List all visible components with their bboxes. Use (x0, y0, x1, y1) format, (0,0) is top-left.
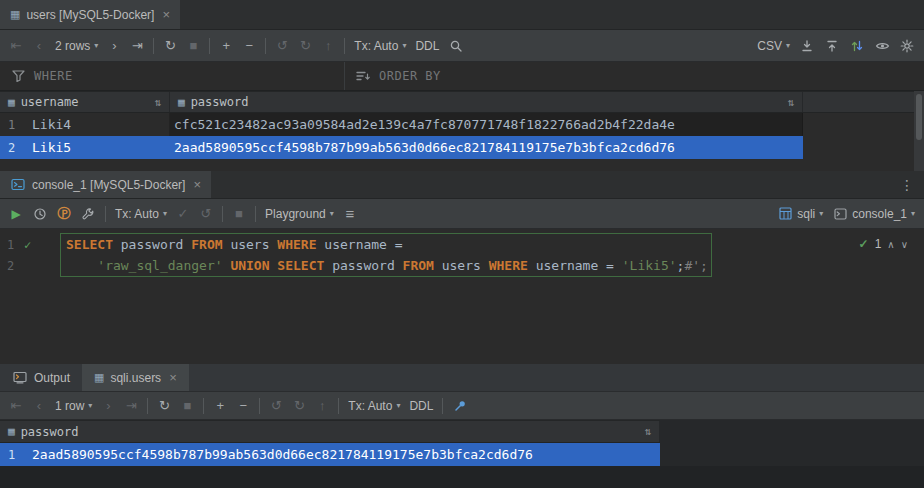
table-cell[interactable]: 2aad5890595ccf4598b787b99ab563d0d66ec821… (170, 136, 803, 159)
tab-title: users [MySQL5-Docker] (26, 8, 154, 22)
tx-mode-selector[interactable]: Tx: Auto ▾ (348, 399, 400, 413)
statement-result-navigator[interactable]: ✓ 1 ∧ ∨ (859, 237, 908, 251)
scrollbar-thumb[interactable] (916, 94, 922, 140)
ddl-button[interactable]: DDL (409, 399, 433, 413)
tab-result-sqli-users[interactable]: ▦ sqli.users × (82, 364, 189, 391)
parameters-icon[interactable]: Ⓟ (57, 207, 71, 220)
tx-mode-selector[interactable]: Tx: Auto ▾ (115, 207, 167, 221)
session-selector[interactable]: console_1 ▾ (832, 206, 915, 222)
executed-check-icon: ✓ (24, 238, 31, 252)
revert-icon[interactable]: ↺ (275, 39, 289, 52)
delete-row-icon[interactable]: − (242, 39, 256, 52)
order-by-field[interactable]: ORDER BY (345, 62, 924, 90)
close-icon[interactable]: × (162, 7, 170, 22)
ddl-button[interactable]: DDL (415, 39, 439, 53)
toolbar-separator (105, 206, 106, 222)
tab-console-1[interactable]: console_1 [MySQL5-Docker] × (0, 171, 211, 198)
table-row[interactable]: 12aad5890595ccf4598b787b99ab563d0d66ec82… (0, 443, 660, 466)
output-view-icon[interactable]: ≡ (343, 206, 357, 221)
where-placeholder: WHERE (34, 69, 73, 83)
commit-icon[interactable]: ✓ (176, 207, 190, 220)
close-icon[interactable]: × (169, 370, 177, 385)
table-cell[interactable]: cfc521c23482ac93a09584ad2e139c4a7fc87077… (170, 113, 803, 136)
sync-arrows-icon[interactable] (849, 38, 865, 54)
schema-selector[interactable]: sqli ▾ (777, 206, 823, 222)
table-row[interactable]: 2Liki52aad5890595ccf4598b787b99ab563d0d6… (0, 136, 803, 159)
playground-mode-selector[interactable]: Playground ▾ (265, 207, 334, 221)
sort-icon[interactable]: ⇅ (787, 96, 794, 109)
tx-mode-selector[interactable]: Tx: Auto ▾ (354, 39, 406, 53)
stop-icon[interactable]: ■ (180, 399, 194, 412)
tab-output[interactable]: Output (0, 364, 82, 391)
console-file-icon (10, 177, 26, 193)
vertical-scrollbar[interactable] (914, 91, 924, 171)
table-cell[interactable]: Liki4 (28, 113, 170, 136)
more-options-icon[interactable]: ⋮ (900, 171, 924, 198)
chevron-down-icon: ▾ (396, 401, 400, 410)
history-clock-icon[interactable] (32, 206, 48, 222)
sql-editor[interactable]: 1✓SELECT password FROM users WHERE usern… (0, 229, 924, 364)
chevron-down-icon: ▾ (786, 41, 790, 50)
export-data-icon[interactable] (799, 38, 815, 54)
next-page-icon[interactable]: › (107, 39, 121, 52)
reload-icon[interactable]: ↻ (157, 399, 171, 412)
table-cell[interactable]: 2aad5890595ccf4598b787b99ab563d0d66ec821… (28, 443, 660, 466)
column-header-password[interactable]: ▦ password ⇅ (170, 92, 803, 112)
column-header-label: password (21, 425, 79, 439)
toolbar-separator (442, 398, 443, 414)
filter-bar: WHERE ORDER BY (0, 62, 924, 91)
stop-icon[interactable]: ■ (186, 39, 200, 52)
table-row[interactable]: 1Liki4cfc521c23482ac93a09584ad2e139c4a7f… (0, 113, 803, 136)
tab-users-table[interactable]: ▦ users [MySQL5-Docker] × (0, 0, 180, 29)
last-page-icon[interactable]: ⇥ (130, 39, 144, 52)
schema-icon (777, 206, 793, 222)
first-page-icon[interactable]: ⇤ (9, 39, 23, 52)
chevron-down-icon: ▾ (402, 41, 406, 50)
sort-icon[interactable]: ⇅ (154, 96, 161, 109)
pin-tab-icon[interactable] (452, 398, 468, 414)
add-row-icon[interactable]: + (213, 399, 227, 412)
delete-row-icon[interactable]: − (236, 399, 250, 412)
row-number: 1 (0, 448, 28, 462)
first-page-icon[interactable]: ⇤ (9, 399, 23, 412)
where-filter-field[interactable]: WHERE (0, 62, 345, 90)
submit-icon[interactable]: ↑ (315, 399, 329, 412)
previous-result-icon[interactable]: ∧ (887, 239, 894, 250)
next-result-icon[interactable]: ∨ (901, 239, 908, 250)
reload-icon[interactable]: ↻ (163, 39, 177, 52)
sort-icon[interactable]: ⇅ (644, 425, 651, 438)
gear-icon[interactable] (899, 38, 915, 54)
stop-icon[interactable]: ■ (232, 207, 246, 220)
revert-icon[interactable]: ↺ (269, 399, 283, 412)
next-page-icon[interactable]: › (101, 399, 115, 412)
previous-page-icon[interactable]: ‹ (32, 39, 46, 52)
table-icon: ▦ (94, 372, 104, 383)
search-icon[interactable] (448, 38, 464, 54)
eye-icon[interactable] (874, 38, 890, 54)
close-icon[interactable]: × (193, 177, 201, 192)
tx-mode-label: Tx: Auto (348, 399, 392, 413)
redo-icon[interactable]: ↻ (292, 399, 306, 412)
rollback-icon[interactable]: ↺ (199, 207, 213, 220)
redo-icon[interactable]: ↻ (298, 39, 312, 52)
table-cell[interactable]: Liki5 (28, 136, 170, 159)
submit-icon[interactable]: ↑ (321, 39, 335, 52)
chevron-down-icon: ▾ (94, 41, 98, 50)
column-header-username[interactable]: ▦ username ⇅ (0, 92, 170, 112)
code-text[interactable]: SELECT password FROM users WHERE usernam… (60, 237, 403, 252)
export-format-selector[interactable]: CSV ▾ (757, 39, 790, 53)
last-page-icon[interactable]: ⇥ (124, 399, 138, 412)
previous-page-icon[interactable]: ‹ (32, 399, 46, 412)
page-size-selector[interactable]: 1 row ▾ (55, 399, 92, 413)
add-row-icon[interactable]: + (219, 39, 233, 52)
wrench-icon[interactable] (80, 206, 96, 222)
code-text[interactable]: 'raw_sql_danger' UNION SELECT password F… (60, 258, 708, 273)
column-header-password[interactable]: ▦ password ⇅ (0, 421, 660, 442)
editor-line[interactable]: 2 'raw_sql_danger' UNION SELECT password… (0, 255, 924, 276)
editor-line[interactable]: 1✓SELECT password FROM users WHERE usern… (0, 234, 924, 255)
toolbar-separator (147, 398, 148, 414)
line-number: 1 (0, 238, 24, 252)
execute-play-icon[interactable]: ▶ (9, 208, 23, 220)
page-size-selector[interactable]: 2 rows ▾ (55, 39, 98, 53)
import-data-icon[interactable] (824, 38, 840, 54)
